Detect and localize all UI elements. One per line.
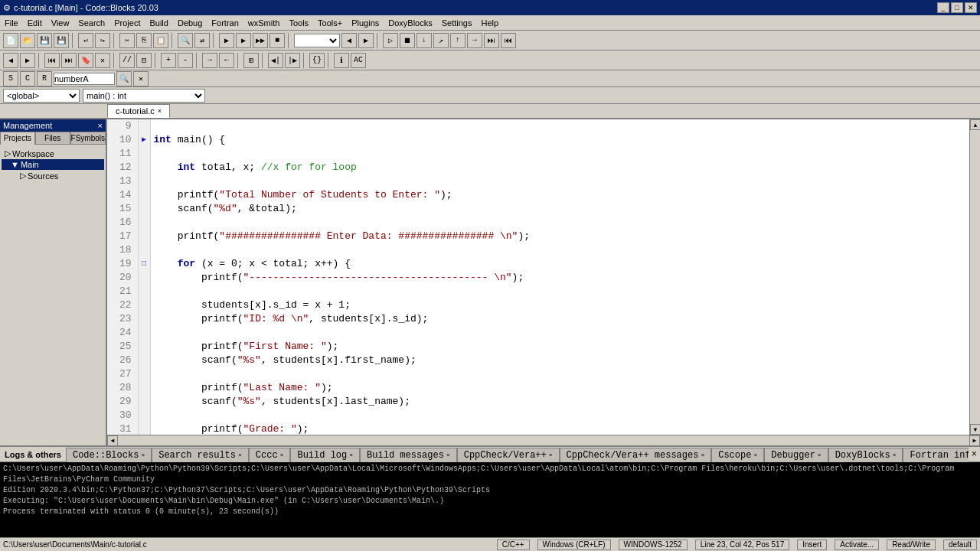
replace-button[interactable]: ⇄ — [194, 33, 210, 48]
zoom-in-button[interactable]: + — [161, 53, 176, 68]
menu-tools[interactable]: Tools — [284, 17, 313, 29]
logs-tab-search-close[interactable]: × — [238, 452, 242, 458]
logs-close-button[interactable]: × — [969, 449, 980, 460]
scroll-right-button[interactable]: ▶ — [969, 435, 980, 446]
menu-doxyblocks[interactable]: DoxyBlocks — [384, 17, 436, 29]
scroll-up-button[interactable]: ▲ — [970, 119, 980, 130]
logs-tab-debugger[interactable]: Debugger × — [764, 448, 828, 462]
line-code[interactable]: int total, x; //x for for loop — [150, 161, 969, 174]
line-code[interactable] — [150, 326, 969, 340]
debug-step-out-button[interactable]: ↑ — [450, 33, 466, 48]
line-code[interactable]: int main() { — [150, 133, 969, 147]
bookmark-prev-button[interactable]: ⏮ — [44, 53, 60, 68]
close-window-button[interactable]: ✕ — [965, 2, 977, 13]
line-code[interactable] — [150, 119, 969, 133]
logs-tab-doxyblocks-close[interactable]: × — [893, 452, 897, 458]
stop-button[interactable]: ■ — [270, 33, 285, 48]
horizontal-scrollbar[interactable]: ◀ ▶ — [107, 435, 980, 445]
zoom-out-button[interactable]: - — [178, 53, 193, 68]
logs-tab-cccc-close[interactable]: × — [280, 452, 284, 458]
line-code[interactable]: scanf("%s", students[x].first_name); — [150, 354, 969, 367]
cut-button[interactable]: ✂ — [119, 33, 135, 48]
new-file-button[interactable]: 📄 — [3, 33, 18, 48]
menu-tools-plus[interactable]: Tools+ — [313, 17, 347, 29]
find-button[interactable]: 🔍 — [178, 33, 193, 48]
line-code[interactable]: scanf("%d", &total); — [150, 202, 969, 216]
sidebar-tab-files[interactable]: Files — [35, 132, 70, 145]
line-code[interactable]: printf("--------------------------------… — [150, 271, 969, 285]
line-code[interactable] — [150, 243, 969, 257]
hscroll-track[interactable] — [118, 436, 969, 445]
prev-build-target[interactable]: ◀ — [341, 33, 357, 48]
line-code[interactable]: printf("First Name: "); — [150, 340, 969, 354]
tab-close-button[interactable]: × — [158, 107, 162, 115]
code-search-input[interactable] — [54, 73, 115, 85]
status-activation[interactable]: Activate... — [835, 540, 879, 550]
menu-file[interactable]: File — [0, 17, 23, 29]
undo-button[interactable]: ↩ — [78, 33, 93, 48]
scope-dropdown[interactable]: <global> — [3, 89, 80, 103]
maximize-button[interactable]: □ — [951, 2, 963, 13]
logs-tab-cppcheck-msg[interactable]: CppCheck/Vera++ messages × — [560, 448, 712, 462]
debug-step-over-button[interactable]: ↗ — [433, 33, 449, 48]
tree-workspace[interactable]: ▷ Workspace — [2, 148, 104, 159]
menu-settings[interactable]: Settings — [437, 17, 477, 29]
menu-wxsmith[interactable]: wxSmith — [243, 17, 285, 29]
sidebar-tab-fsymbols[interactable]: FSymbols — [70, 132, 106, 145]
bookmark-next-button[interactable]: ⏭ — [61, 53, 77, 68]
menu-view[interactable]: View — [47, 17, 74, 29]
menu-build[interactable]: Build — [145, 17, 172, 29]
logs-tab-buildlog[interactable]: Build log × — [290, 448, 360, 462]
build-run-button[interactable]: ▶▶ — [253, 33, 268, 48]
logs-tab-codeblocks-close[interactable]: × — [141, 452, 145, 458]
editor-content[interactable]: 9 10 ▶ int main() { 11 12 int total, x; … — [107, 119, 969, 435]
menu-project[interactable]: Project — [109, 17, 145, 29]
tree-main[interactable]: ▼ Main — [2, 159, 104, 170]
fold-button[interactable]: ⊟ — [136, 53, 152, 68]
vertical-scrollbar[interactable]: ▲ ▼ — [969, 119, 980, 435]
show-autocomplete[interactable]: AC — [351, 53, 366, 68]
line-code[interactable]: printf("################ Enter Data: ###… — [150, 230, 969, 243]
logs-tab-codeblocks[interactable]: Code::Blocks × — [66, 448, 152, 462]
jump-back-button[interactable]: ◀ — [3, 53, 18, 68]
debug-stop-button[interactable]: ⏹ — [400, 33, 415, 48]
sidebar-close-button[interactable]: × — [98, 121, 103, 130]
line-code[interactable]: printf("Total Number of Students to Ente… — [150, 188, 969, 202]
editor-tab-c-tutorial[interactable]: c-tutorial.c × — [107, 104, 170, 118]
show-call-tip[interactable]: ℹ — [334, 53, 349, 68]
line-code[interactable]: printf("Grade: "); — [150, 422, 969, 435]
code-search-sensitive[interactable]: C — [20, 71, 35, 86]
line-code[interactable]: for (x = 0; x < total; x++) { — [150, 257, 969, 271]
logs-tab-doxyblocks[interactable]: DoxyBlocks × — [828, 448, 903, 462]
logs-tab-cccc[interactable]: Cccc × — [249, 448, 291, 462]
scroll-thumb[interactable] — [970, 130, 980, 424]
code-search-regex[interactable]: R — [37, 71, 52, 86]
save-file-button[interactable]: 💾 — [37, 33, 52, 48]
next-build-target[interactable]: ▶ — [358, 33, 374, 48]
line-code[interactable]: printf("ID: %d \n", students[x].s_id); — [150, 312, 969, 326]
line-code[interactable]: printf("Last Name: "); — [150, 381, 969, 395]
debug-run-to-cursor[interactable]: → — [467, 33, 482, 48]
paste-button[interactable]: 📋 — [153, 33, 168, 48]
menu-plugins[interactable]: Plugins — [347, 17, 384, 29]
run-button[interactable]: ▶ — [236, 33, 251, 48]
line-code[interactable] — [150, 367, 969, 381]
menu-help[interactable]: Help — [476, 17, 503, 29]
toggle-comment-button[interactable]: // — [119, 53, 135, 68]
scroll-left-button[interactable]: ◀ — [107, 435, 118, 446]
code-search-btn[interactable]: S — [3, 71, 18, 86]
debug-start-button[interactable]: ▷ — [383, 33, 398, 48]
minimize-button[interactable]: _ — [937, 2, 949, 13]
debug-step-button[interactable]: ↓ — [416, 33, 432, 48]
logs-tab-buildlog-close[interactable]: × — [349, 452, 353, 458]
build-button[interactable]: ▶ — [219, 33, 234, 48]
logs-tab-buildmsg[interactable]: Build messages × — [360, 448, 457, 462]
menu-fortran[interactable]: Fortran — [207, 17, 243, 29]
redo-button[interactable]: ↪ — [95, 33, 110, 48]
logs-tab-search[interactable]: Search results × — [152, 448, 249, 462]
logs-tab-cppcheck-close[interactable]: × — [549, 452, 553, 458]
logs-tab-debugger-close[interactable]: × — [818, 452, 822, 458]
copy-button[interactable]: ⎘ — [136, 33, 152, 48]
tree-sources[interactable]: ▷ Sources — [2, 170, 104, 181]
unindent-button[interactable]: ← — [219, 53, 234, 68]
